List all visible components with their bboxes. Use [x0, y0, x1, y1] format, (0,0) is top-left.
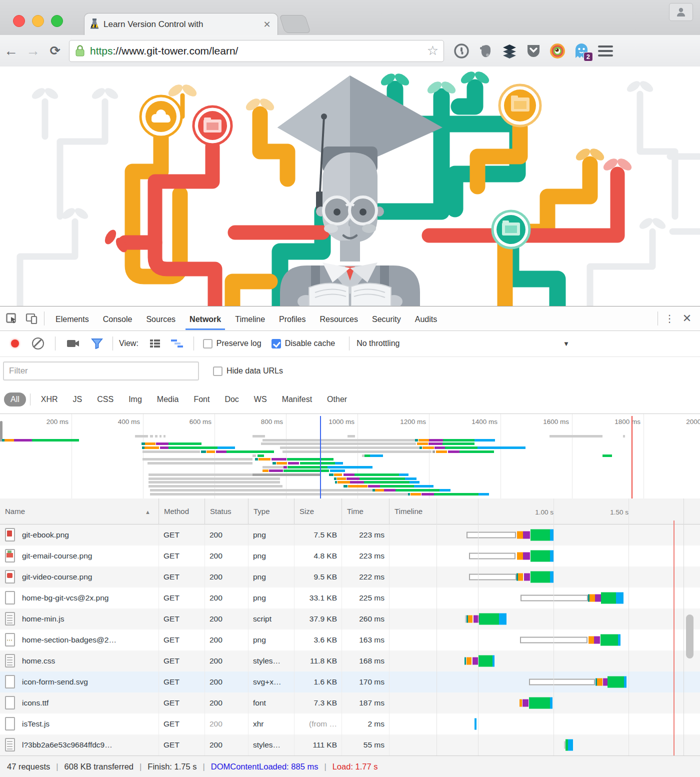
request-size: 7.3 KB	[294, 692, 342, 714]
table-row[interactable]: home-bg-git-vcs@2x.png GET 200 png 33.1 …	[0, 588, 700, 608]
inspect-element-icon[interactable]	[3, 311, 20, 326]
column-header-name[interactable]: Name▲	[0, 498, 158, 524]
devtools-menu-icon[interactable]: ⋮	[662, 312, 677, 324]
type-filter-css[interactable]: CSS	[90, 392, 120, 406]
devtools-close-icon[interactable]: ✕	[677, 312, 697, 325]
menu-button[interactable]	[598, 46, 613, 56]
column-header-size[interactable]: Size	[294, 498, 342, 524]
zoom-window-button[interactable]	[51, 15, 63, 27]
type-filter-img[interactable]: Img	[122, 392, 148, 406]
device-toolbar-icon[interactable]	[23, 311, 40, 326]
request-name: l?3bb2a6e53c9684ffdc9…	[22, 740, 112, 749]
tab-audits[interactable]: Audits	[408, 308, 444, 330]
request-size: 3.6 KB	[294, 630, 342, 650]
preserve-log-checkbox[interactable]: Preserve log	[203, 339, 262, 348]
filter-icon[interactable]	[88, 336, 106, 351]
pocket-extension-icon[interactable]	[525, 42, 542, 60]
disable-cache-checkbox[interactable]: Disable cache	[272, 339, 336, 348]
buffer-extension-icon[interactable]	[501, 42, 518, 60]
table-row[interactable]: git-email-course.png GET 200 png 4.8 KB …	[0, 546, 700, 566]
table-row[interactable]: home-section-badges@2… GET 200 png 3.6 K…	[0, 630, 700, 650]
filter-input[interactable]	[3, 362, 199, 380]
new-tab-button[interactable]	[279, 15, 311, 33]
request-status: 200	[204, 630, 248, 650]
table-row[interactable]: home.css GET 200 styles… 11.8 KB 168 ms	[0, 650, 700, 672]
column-header-time[interactable]: Time	[342, 498, 389, 524]
list-view-icon[interactable]	[146, 336, 164, 351]
vertical-scrollbar[interactable]	[686, 614, 694, 658]
table-row[interactable]: git-ebook.png GET 200 png 7.5 KB 223 ms	[0, 524, 700, 546]
file-icon	[5, 717, 15, 730]
tab-console[interactable]: Console	[96, 308, 140, 330]
tab-resources[interactable]: Resources	[312, 308, 364, 330]
column-header-status[interactable]: Status	[204, 498, 248, 524]
request-time: 222 ms	[342, 566, 389, 588]
tab-security[interactable]: Security	[365, 308, 408, 330]
forward-button[interactable]: →	[22, 43, 44, 59]
table-row[interactable]: icons.ttf GET 200 font 7.3 KB 187 ms	[0, 692, 700, 714]
overview-pane[interactable]: 200 ms400 ms600 ms800 ms1000 ms1200 ms14…	[0, 414, 700, 500]
sort-arrow-icon: ▲	[145, 499, 150, 525]
table-row[interactable]: icon-form-send.svg GET 200 svg+x… 1.6 KB…	[0, 672, 700, 692]
extension-icons: 2	[453, 42, 590, 60]
type-filter-doc[interactable]: Doc	[218, 392, 245, 406]
address-bar[interactable]: https://www.git-tower.com/learn/ ☆	[69, 40, 444, 62]
bookmark-star-icon[interactable]: ☆	[427, 43, 438, 58]
tab-elements[interactable]: Elements	[48, 308, 96, 330]
request-name: home-section-badges@2…	[22, 636, 116, 644]
request-type: styles…	[248, 650, 294, 672]
type-filter-font[interactable]: Font	[187, 392, 216, 406]
column-header-method[interactable]: Method	[158, 498, 204, 524]
tab-timeline[interactable]: Timeline	[228, 308, 272, 330]
evernote-extension-icon[interactable]	[477, 42, 494, 60]
request-name: git-ebook.png	[22, 530, 69, 539]
filmstrip-icon[interactable]	[64, 336, 82, 351]
clear-button[interactable]	[32, 338, 44, 350]
ghostery-extension-icon[interactable]: 2	[573, 42, 590, 60]
view-label: View:	[119, 339, 138, 348]
browser-tab[interactable]: Learn Version Control with ✕	[84, 13, 278, 36]
domcontentloaded-line	[320, 416, 321, 499]
chevron-down-icon[interactable]: ▼	[563, 340, 570, 348]
throttling-select[interactable]: No throttling	[356, 339, 400, 348]
onepassword-extension-icon[interactable]	[453, 42, 470, 60]
color-eye-extension-icon[interactable]	[549, 42, 566, 60]
table-row[interactable]: git-video-course.png GET 200 png 9.5 KB …	[0, 566, 700, 588]
teal-folder-badge	[492, 211, 530, 248]
record-button[interactable]	[11, 340, 19, 348]
table-row[interactable]: l?3bb2a6e53c9684ffdc9… GET 200 styles… 1…	[0, 734, 700, 756]
type-filter-other[interactable]: Other	[320, 392, 354, 406]
request-status: 200	[204, 734, 248, 756]
type-filter-media[interactable]: Media	[150, 392, 186, 406]
back-button[interactable]: ←	[0, 43, 22, 59]
type-filter-xhr[interactable]: XHR	[34, 392, 64, 406]
column-header-type[interactable]: Type	[248, 498, 294, 524]
close-window-button[interactable]	[13, 15, 25, 27]
overview-tick-label: 1600 ms	[524, 418, 569, 426]
reload-button[interactable]: ⟳	[44, 44, 66, 58]
tab-sources[interactable]: Sources	[139, 308, 182, 330]
finish-time: Finish: 1.75 s	[148, 762, 196, 772]
request-size: 11.8 KB	[294, 650, 342, 672]
table-row[interactable]: home-min.js GET 200 script 37.9 KB 260 m…	[0, 608, 700, 630]
tab-network[interactable]: Network	[182, 308, 228, 330]
request-time: 223 ms	[342, 546, 389, 566]
request-time: 168 ms	[342, 650, 389, 672]
type-filter-all[interactable]: All	[4, 392, 26, 406]
tab-close-icon[interactable]: ✕	[262, 19, 272, 30]
tab-profiles[interactable]: Profiles	[272, 308, 312, 330]
request-time: 170 ms	[342, 672, 389, 692]
type-filter-ws[interactable]: WS	[248, 392, 274, 406]
overview-tick-label: 1200 ms	[381, 418, 426, 426]
minimize-window-button[interactable]	[32, 15, 44, 27]
tab-favicon	[90, 18, 100, 31]
type-filter-manifest[interactable]: Manifest	[276, 392, 318, 406]
type-filter-js[interactable]: JS	[66, 392, 89, 406]
checkbox-unchecked-icon	[203, 339, 212, 348]
request-name: home.css	[22, 656, 55, 665]
table-row[interactable]: isTest.js GET 200 xhr (from … 2 ms	[0, 714, 700, 734]
hide-data-urls-checkbox[interactable]: Hide data URLs	[213, 366, 283, 376]
waterfall-view-icon[interactable]	[168, 336, 186, 351]
profile-button[interactable]	[669, 3, 693, 21]
request-name: home-min.js	[22, 614, 64, 623]
